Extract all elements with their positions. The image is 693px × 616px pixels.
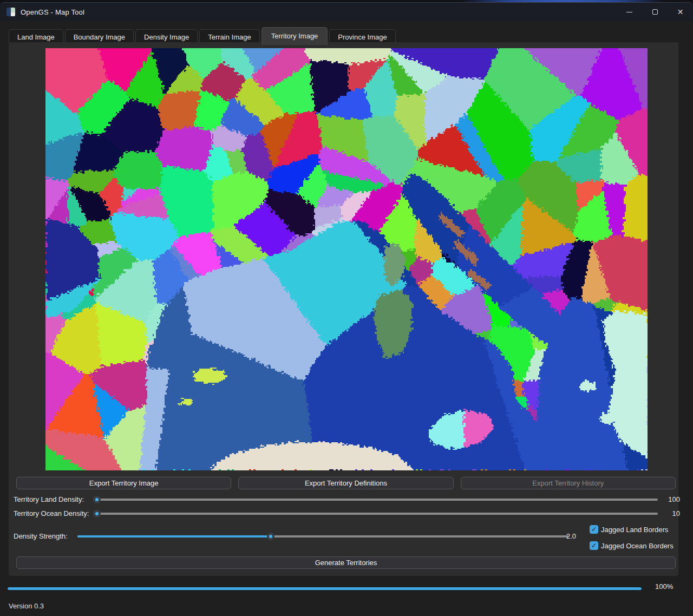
density-strength-slider[interactable] xyxy=(77,535,568,538)
jagged-land-borders-checkbox[interactable]: ✓ xyxy=(590,525,598,534)
close-button[interactable]: ✕ xyxy=(668,3,693,21)
density-strength-row: Density Strength: 2.0 xyxy=(9,532,678,541)
window-title: OpenGS - Map Tool xyxy=(21,8,84,16)
title-bar: OpenGS - Map Tool ✕ xyxy=(0,3,693,21)
minimize-icon xyxy=(626,12,632,12)
ocean-density-label: Territory Ocean Density: xyxy=(14,509,89,517)
export-territory-image-button[interactable]: Export Territory Image xyxy=(16,477,231,489)
density-strength-value: 2.0 xyxy=(566,532,590,540)
app-icon xyxy=(6,8,15,16)
version-label: Version 0.3 xyxy=(9,602,44,610)
window-controls: ✕ xyxy=(617,3,693,21)
content-panel: Export Territory Image Export Territory … xyxy=(9,42,678,576)
maximize-button[interactable] xyxy=(642,3,668,21)
ocean-density-value: 10 xyxy=(656,509,680,517)
minimize-button[interactable] xyxy=(617,3,642,21)
maximize-icon xyxy=(652,9,658,15)
territory-map-canvas xyxy=(45,48,648,470)
export-button-row: Export Territory Image Export Territory … xyxy=(16,477,676,489)
density-strength-label: Density Strength: xyxy=(14,532,68,540)
land-density-row: Territory Land Density: 100 xyxy=(9,495,678,504)
jagged-land-borders-label: Jagged Land Borders xyxy=(601,526,668,534)
density-strength-slider-thumb[interactable] xyxy=(267,533,274,540)
land-density-label: Territory Land Density: xyxy=(14,495,84,503)
close-icon: ✕ xyxy=(677,8,684,16)
ocean-density-slider-thumb[interactable] xyxy=(93,510,101,517)
progress-percent: 100% xyxy=(655,582,685,591)
jagged-ocean-borders-label: Jagged Ocean Borders xyxy=(601,542,674,550)
jagged-land-borders-row: ✓ Jagged Land Borders xyxy=(590,525,668,534)
land-density-slider-thumb[interactable] xyxy=(93,496,101,503)
land-density-value: 100 xyxy=(656,495,680,503)
land-density-slider[interactable] xyxy=(93,499,658,501)
ocean-density-slider[interactable] xyxy=(93,513,658,515)
progress-bar xyxy=(8,587,642,590)
tab-territory-image[interactable]: Territory Image xyxy=(261,27,328,45)
jagged-ocean-borders-row: ✓ Jagged Ocean Borders xyxy=(590,541,674,551)
generate-territories-button[interactable]: Generate Territories xyxy=(16,556,676,569)
export-territory-definitions-button[interactable]: Export Territory Definitions xyxy=(238,477,453,489)
app-window: OpenGS - Map Tool ✕ Land Image Boundary … xyxy=(0,2,693,616)
export-territory-history-button[interactable]: Export Territory History xyxy=(461,477,676,489)
ocean-density-row: Territory Ocean Density: 10 xyxy=(9,509,678,519)
jagged-ocean-borders-checkbox[interactable]: ✓ xyxy=(590,541,598,550)
